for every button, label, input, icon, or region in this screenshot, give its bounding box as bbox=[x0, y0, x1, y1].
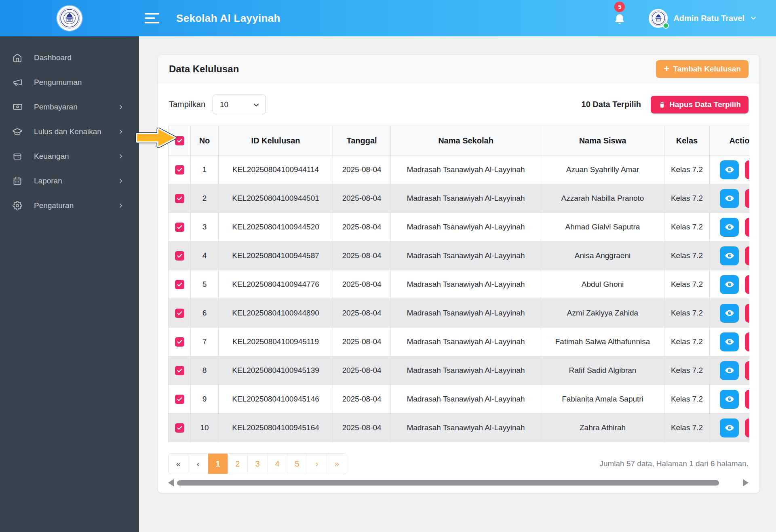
scroll-right-arrow-icon[interactable] bbox=[743, 479, 749, 486]
cell-nama-siswa: Fabianita Amala Saputri bbox=[541, 385, 664, 414]
cell-nama-sekolah: Madrasah Tsanawiyah Al-Layyinah bbox=[391, 328, 541, 356]
pagination-item[interactable]: 5 bbox=[287, 454, 307, 474]
view-button[interactable] bbox=[720, 275, 739, 294]
view-button[interactable] bbox=[720, 218, 739, 237]
cell-action bbox=[710, 356, 750, 385]
chevron-right-icon bbox=[117, 103, 124, 111]
sidebar-item-keuangan[interactable]: Keuangan bbox=[0, 144, 139, 168]
row-checkbox[interactable] bbox=[175, 337, 184, 347]
view-button[interactable] bbox=[720, 332, 739, 351]
cell-kelas: Kelas 7.2 bbox=[664, 242, 710, 270]
sidebar-item-pengumuman[interactable]: Pengumuman bbox=[0, 70, 139, 95]
cell-action bbox=[710, 242, 750, 270]
tambah-kelulusan-button[interactable]: + Tambah Kelulusan bbox=[656, 60, 749, 78]
page-title: Sekolah Al Layyinah bbox=[176, 12, 280, 25]
eye-icon bbox=[724, 365, 735, 376]
row-checkbox-cell bbox=[169, 184, 191, 213]
delete-button[interactable] bbox=[745, 246, 749, 265]
cell-kelas: Kelas 7.2 bbox=[664, 270, 710, 299]
row-checkbox[interactable] bbox=[175, 251, 184, 261]
sidebar-item-label: Laporan bbox=[34, 177, 117, 185]
row-checkbox[interactable] bbox=[175, 309, 184, 318]
user-avatar[interactable] bbox=[649, 9, 668, 28]
pagination-item[interactable]: 1 bbox=[208, 454, 228, 474]
pagination-item[interactable]: 3 bbox=[248, 454, 268, 474]
view-button[interactable] bbox=[720, 304, 739, 323]
pagination-item[interactable]: › bbox=[307, 454, 327, 474]
cell-kelas: Kelas 7.2 bbox=[664, 328, 710, 356]
row-checkbox-cell bbox=[169, 213, 191, 242]
table-row: 9 KEL20250804100945146 2025-08-04 Madras… bbox=[169, 385, 750, 414]
school-logo bbox=[57, 6, 82, 31]
sidebar-item-dashboard[interactable]: Dashboard bbox=[0, 45, 139, 70]
column-header-nama-siswa[interactable]: Nama Siswa bbox=[541, 126, 664, 156]
row-checkbox[interactable] bbox=[175, 223, 184, 232]
delete-button[interactable] bbox=[745, 390, 749, 409]
pagination-item[interactable]: 2 bbox=[228, 454, 248, 474]
notifications-button[interactable]: 5 bbox=[613, 13, 626, 27]
cell-nama-siswa: Zahra Athirah bbox=[541, 414, 664, 442]
cell-nama-sekolah: Madrasah Tsanawiyah Al-Layyinah bbox=[391, 156, 541, 184]
cell-nama-sekolah: Madrasah Tsanawiyah Al-Layyinah bbox=[391, 356, 541, 385]
chevron-down-icon[interactable] bbox=[749, 14, 757, 22]
delete-button[interactable] bbox=[745, 275, 749, 294]
delete-button[interactable] bbox=[745, 189, 749, 208]
table-row: 1 KEL20250804100944114 2025-08-04 Madras… bbox=[169, 156, 750, 184]
row-checkbox[interactable] bbox=[175, 280, 184, 289]
column-header-nama-sekolah[interactable]: Nama Sekolah bbox=[391, 126, 541, 156]
cell-no: 10 bbox=[191, 414, 219, 442]
column-header-tanggal[interactable]: Tanggal bbox=[333, 126, 391, 156]
table-row: 7 KEL20250804100945119 2025-08-04 Madras… bbox=[169, 328, 750, 356]
pagination-item[interactable]: « bbox=[169, 454, 188, 474]
delete-button[interactable] bbox=[745, 332, 749, 351]
sidebar-item-pembayaran[interactable]: Pembayaran bbox=[0, 95, 139, 119]
sidebar-item-laporan[interactable]: Laporan bbox=[0, 168, 139, 193]
view-button[interactable] bbox=[720, 418, 739, 437]
delete-button[interactable] bbox=[745, 218, 749, 237]
sidebar-item-pengaturan[interactable]: Pengaturan bbox=[0, 193, 139, 218]
row-checkbox[interactable] bbox=[175, 366, 184, 375]
view-button[interactable] bbox=[720, 160, 739, 179]
cell-no: 8 bbox=[191, 356, 219, 385]
cell-kelas: Kelas 7.2 bbox=[664, 414, 710, 442]
tambah-kelulusan-label: Tambah Kelulusan bbox=[673, 65, 741, 74]
hapus-data-terpilih-label: Hapus Data Terpilih bbox=[669, 100, 741, 109]
view-button[interactable] bbox=[720, 189, 739, 208]
scrollbar-track[interactable] bbox=[177, 480, 739, 486]
pagination-item[interactable]: ‹ bbox=[188, 454, 208, 474]
pagination-item[interactable]: 4 bbox=[268, 454, 287, 474]
view-button[interactable] bbox=[720, 361, 739, 380]
cell-kelas: Kelas 7.2 bbox=[664, 213, 710, 242]
select-all-checkbox[interactable] bbox=[175, 136, 184, 145]
column-header-kelas[interactable]: Kelas bbox=[664, 126, 710, 156]
hapus-data-terpilih-button[interactable]: Hapus Data Terpilih bbox=[651, 96, 749, 114]
delete-button[interactable] bbox=[745, 361, 749, 380]
scroll-left-arrow-icon[interactable] bbox=[168, 479, 174, 486]
delete-button[interactable] bbox=[745, 160, 749, 179]
pagination-item[interactable]: » bbox=[327, 454, 347, 474]
megaphone-icon bbox=[12, 77, 23, 88]
delete-button[interactable] bbox=[745, 304, 749, 323]
delete-button[interactable] bbox=[745, 418, 749, 437]
cell-nama-sekolah: Madrasah Tsanawiyah Al-Layyinah bbox=[391, 242, 541, 270]
table-row: 4 KEL20250804100944587 2025-08-04 Madras… bbox=[169, 242, 750, 270]
row-checkbox[interactable] bbox=[175, 194, 184, 203]
row-checkbox[interactable] bbox=[175, 165, 184, 175]
row-checkbox[interactable] bbox=[175, 395, 184, 404]
cell-no: 7 bbox=[191, 328, 219, 356]
view-button[interactable] bbox=[720, 246, 739, 265]
table-row: 10 KEL20250804100945164 2025-08-04 Madra… bbox=[169, 414, 750, 442]
column-header-no[interactable]: No bbox=[191, 126, 219, 156]
scrollbar-thumb[interactable] bbox=[177, 480, 719, 486]
pagination-summary: Jumlah 57 data, Halaman 1 dari 6 halaman… bbox=[599, 459, 749, 468]
sidebar-item-lulus-dan-kenaikan[interactable]: Lulus dan Kenaikan bbox=[0, 119, 139, 144]
view-button[interactable] bbox=[720, 390, 739, 409]
page-size-select[interactable]: 10 bbox=[213, 95, 266, 114]
eye-icon bbox=[724, 336, 735, 347]
calendar-icon bbox=[12, 176, 23, 186]
row-checkbox[interactable] bbox=[175, 423, 184, 433]
menu-toggle-button[interactable] bbox=[145, 12, 161, 24]
cell-id-kelulusan: KEL20250804100944776 bbox=[219, 270, 333, 299]
column-header-id-kelulusan[interactable]: ID Kelulusan bbox=[219, 126, 333, 156]
banknote-icon bbox=[12, 102, 23, 112]
